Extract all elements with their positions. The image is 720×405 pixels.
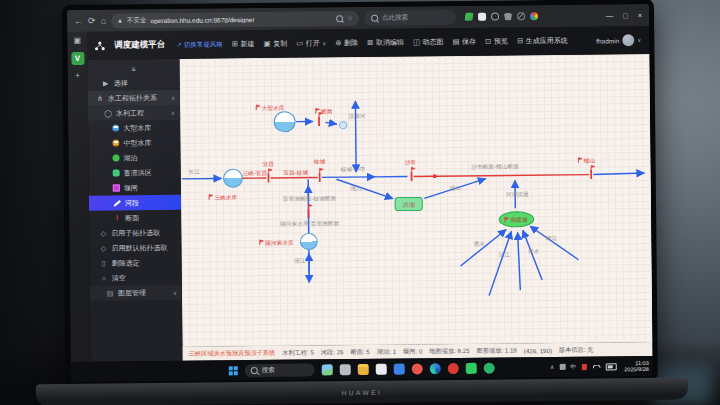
profile-avatar-icon[interactable] <box>530 12 538 20</box>
preview-button[interactable]: ⊡ 预览 <box>485 36 508 46</box>
node-daxing-reservoir[interactable] <box>274 112 295 132</box>
new-icon: ⊞ <box>232 41 238 49</box>
taskbar-clock[interactable]: 11:03 2025/9/28 <box>624 359 649 372</box>
save-button[interactable]: ▤ 保存 <box>452 37 476 47</box>
back-icon[interactable]: ← <box>74 16 83 25</box>
edge-lishui[interactable] <box>460 229 506 265</box>
style-switch-link[interactable]: ↗ 切换常规风格 <box>176 40 223 49</box>
tray-app-icon[interactable] <box>559 364 565 370</box>
sidebar-action-enable-default[interactable]: ◇ 启用默认拓扑选取 <box>89 240 181 256</box>
active-tab-favicon[interactable]: V <box>71 52 84 65</box>
medium-reservoir-label: 中型水库 <box>123 138 151 148</box>
sidebar-group-topology[interactable]: ⋔ 水工程拓扑关系 ∧ <box>88 90 180 106</box>
sidebar-group-layers[interactable]: ▤ 图层管理 ∨ <box>90 285 182 301</box>
node-luoshan-section[interactable] <box>591 165 595 179</box>
close-button[interactable]: × <box>638 11 642 20</box>
url-text[interactable]: operation.hhu.edu.cn:8678/designer <box>150 15 331 24</box>
sidebar-item-large-reservoir[interactable]: 大型水库 <box>88 120 180 136</box>
enable-subtopology-label: 启用子拓扑选取 <box>111 228 160 239</box>
copy-button[interactable]: ▣ 复制 <box>264 39 288 49</box>
sidebar-group-project[interactable]: ◯ 水利工程 ∧ <box>88 105 180 121</box>
sidebar-action-delete-selected[interactable]: ▯ 删除选定 <box>90 255 182 271</box>
file-explorer-icon[interactable] <box>358 363 369 374</box>
tray-expand-icon[interactable]: ∧ <box>550 364 554 370</box>
open-button[interactable]: ▭ 打开 ∨ <box>296 38 326 48</box>
extension-icon-green[interactable] <box>465 13 474 21</box>
wifi-icon[interactable] <box>592 364 600 368</box>
new-tab-icon[interactable]: + <box>75 72 80 80</box>
collapse-icon: ∧ <box>171 109 175 115</box>
sidebar-item-weir[interactable]: 堰闸 <box>89 180 181 196</box>
sidebar-item-cross-section[interactable]: Ι 断面 <box>89 210 181 226</box>
not-secure-label[interactable]: 不安全 <box>127 16 147 25</box>
edge-section-juzhanghe[interactable] <box>325 122 337 124</box>
red-app-icon[interactable] <box>448 362 459 373</box>
green-app-icon[interactable] <box>484 362 495 373</box>
node-yichang-section[interactable] <box>268 169 272 183</box>
taskbar-search-box[interactable]: 搜索 <box>245 363 315 377</box>
security-tray-icon[interactable] <box>581 363 587 370</box>
mail-app-icon[interactable] <box>376 363 387 374</box>
blocker-icon[interactable] <box>517 12 525 20</box>
edge-xiangjiang[interactable] <box>523 230 542 280</box>
clear-icon: ○ <box>100 275 108 282</box>
label-qingjiang: 清江 <box>294 258 306 265</box>
browser-search-box[interactable]: 点此搜索 <box>364 9 456 25</box>
search-placeholder[interactable]: 点此搜索 <box>382 13 408 22</box>
node-bailizhou-section[interactable] <box>308 204 312 218</box>
cancel-edit-button[interactable]: ⊠ 取消编辑 <box>367 38 404 48</box>
cross-section-icon: Ι <box>113 214 121 222</box>
edge-manru[interactable] <box>336 179 393 200</box>
refresh-icon[interactable]: ⟳ <box>88 16 96 25</box>
node-sanxia-reservoir[interactable] <box>223 169 242 187</box>
sidebar-item-flood-area[interactable]: 蓄滞洪区 <box>89 165 181 181</box>
widgets-icon[interactable] <box>322 364 333 375</box>
user-menu[interactable]: fhadmin ∨ <box>596 34 641 46</box>
address-search-icon[interactable] <box>336 15 343 22</box>
search-icon <box>371 14 378 21</box>
wechat-icon[interactable] <box>466 362 477 373</box>
edge-luoshan-out[interactable] <box>593 173 644 175</box>
river-reach-label: 河段 <box>125 198 139 208</box>
dynamic-graph-button[interactable]: ◫ 动态图 <box>413 37 444 47</box>
sidebar-item-lake[interactable]: 湖泊 <box>88 150 180 166</box>
shield-icon[interactable] <box>504 12 512 20</box>
maximize-button[interactable]: □ <box>623 11 628 20</box>
node-zhicheng-section[interactable] <box>320 168 324 182</box>
minimize-button[interactable]: — <box>606 11 614 20</box>
sidebar-item-river-reach[interactable]: 河段 <box>89 195 181 211</box>
tab-list-icon[interactable]: ▣ <box>73 37 81 45</box>
edge-browser-icon[interactable] <box>430 363 441 374</box>
sidebar-action-enable-subtopology[interactable]: ◇ 启用子拓扑选取 <box>89 225 181 241</box>
windows-start-icon[interactable] <box>229 366 238 375</box>
enable-subtopology-icon: ◇ <box>99 230 107 237</box>
topology-canvas[interactable]: 长江 三峡水库 三峡-宜昌 宜昌 宜昌-枝城 枝城 枝城-沙市 <box>179 54 652 347</box>
node-geheyan-reservoir[interactable] <box>300 233 317 249</box>
edge-river-east[interactable] <box>530 226 578 261</box>
search-app-icon[interactable] <box>412 363 423 374</box>
node-juzhanghe[interactable] <box>339 122 346 129</box>
app-toolbar: 调度建模平台 ↗ 切换常规风格 ⊞ 新建 ▣ 复制 ▭ 打开 ∨ <box>87 26 649 60</box>
battery-icon[interactable] <box>605 363 616 370</box>
sidebar-action-clear[interactable]: ○ 清空 <box>90 270 182 286</box>
ime-indicator[interactable]: 中 <box>570 364 576 370</box>
bookmark-star-icon[interactable]: ☆ <box>347 14 353 22</box>
blue-app-icon[interactable] <box>394 363 405 374</box>
edge-zhicheng-shashi-a[interactable] <box>322 177 375 178</box>
edge-zishui[interactable] <box>518 232 521 290</box>
cross-section-label: 断面 <box>125 213 139 223</box>
extension-icon-ring[interactable] <box>491 13 499 21</box>
node-shashi-section[interactable] <box>411 167 415 181</box>
extension-icon-doc[interactable] <box>478 13 486 21</box>
task-view-icon[interactable] <box>340 364 351 375</box>
edge-shashi-luoshan[interactable] <box>414 175 589 177</box>
ellipse-icon: ◯ <box>104 110 112 117</box>
address-bar[interactable]: ▲ 不安全 operation.hhu.edu.cn:8678/designer… <box>111 11 359 29</box>
generate-app-button[interactable]: ⊟ 生成应用系统 <box>517 36 568 47</box>
delete-button[interactable]: ⊗ 删除 <box>335 38 358 48</box>
sidebar-item-medium-reservoir[interactable]: 中型水库 <box>88 135 180 151</box>
new-button[interactable]: ⊞ 新建 <box>232 39 255 49</box>
sidebar-item-select[interactable]: ▶ 选择 <box>88 75 180 91</box>
sidebar-menu-toggle[interactable]: ≡ <box>88 61 180 76</box>
home-icon[interactable]: ⌂ <box>101 16 107 25</box>
